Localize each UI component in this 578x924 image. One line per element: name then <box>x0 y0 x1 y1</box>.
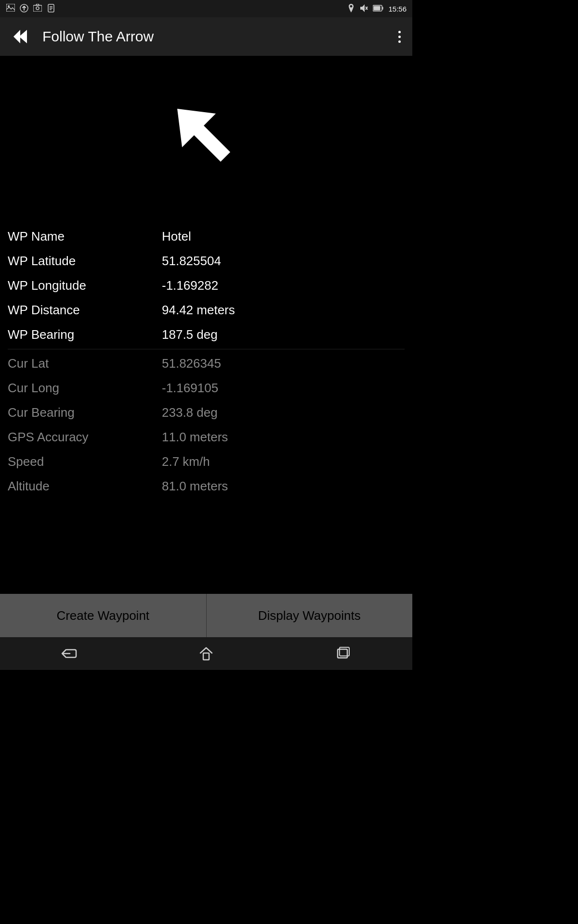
cur-section: Cur Lat 51.826345 Cur Long -1.169105 Cur… <box>8 351 405 499</box>
nav-recents-button[interactable] <box>324 642 363 666</box>
wp-section: WP Name Hotel WP Latitude 51.825504 WP L… <box>8 224 405 347</box>
status-icons-left <box>6 4 56 13</box>
screenshot-icon <box>46 4 56 13</box>
overflow-dot-2 <box>398 36 401 38</box>
info-table: WP Name Hotel WP Latitude 51.825504 WP L… <box>0 219 412 503</box>
cur-value-2: 233.8 deg <box>162 405 405 420</box>
wp-row-2: WP Longitude -1.169282 <box>8 273 405 298</box>
wp-label-2: WP Longitude <box>8 278 162 293</box>
nav-back-button[interactable] <box>50 642 88 666</box>
wp-value-1: 51.825504 <box>162 254 405 269</box>
cur-row-5: Altitude 81.0 meters <box>8 474 405 499</box>
app-bar-title: Follow The Arrow <box>42 28 385 45</box>
wp-row-1: WP Latitude 51.825504 <box>8 249 405 273</box>
wp-row-0: WP Name Hotel <box>8 224 405 249</box>
cur-value-0: 51.826345 <box>162 356 405 371</box>
app-bar: Follow The Arrow <box>0 17 412 56</box>
wp-label-0: WP Name <box>8 229 162 244</box>
app-bar-back-icon[interactable] <box>8 24 33 49</box>
cur-value-5: 81.0 meters <box>162 479 405 494</box>
mute-icon <box>359 4 368 14</box>
battery-icon <box>373 5 383 13</box>
status-icons-right: 15:56 <box>348 4 407 14</box>
svg-marker-16 <box>177 109 230 162</box>
svg-rect-14 <box>382 7 383 10</box>
cur-row-1: Cur Long -1.169105 <box>8 376 405 400</box>
overflow-dot-3 <box>398 40 401 43</box>
cur-value-3: 11.0 meters <box>162 430 405 445</box>
cur-row-0: Cur Lat 51.826345 <box>8 351 405 376</box>
wp-value-0: Hotel <box>162 229 405 244</box>
photo-icon <box>33 4 42 13</box>
wp-row-4: WP Bearing 187.5 deg <box>8 322 405 347</box>
display-waypoints-button[interactable]: Display Waypoints <box>207 594 413 637</box>
cur-label-3: GPS Accuracy <box>8 430 162 445</box>
cur-row-3: GPS Accuracy 11.0 meters <box>8 425 405 449</box>
cur-label-4: Speed <box>8 454 162 469</box>
svg-marker-4 <box>36 4 39 5</box>
cur-row-2: Cur Bearing 233.8 deg <box>8 400 405 425</box>
wp-label-1: WP Latitude <box>8 254 162 269</box>
svg-rect-3 <box>33 5 42 12</box>
wp-value-3: 94.42 meters <box>162 303 405 318</box>
cur-label-1: Cur Long <box>8 381 162 396</box>
svg-rect-13 <box>374 6 381 10</box>
cur-label-5: Altitude <box>8 479 162 494</box>
section-divider <box>8 349 405 349</box>
cur-row-4: Speed 2.7 km/h <box>8 449 405 474</box>
wp-label-3: WP Distance <box>8 303 162 318</box>
gps-icon <box>348 4 355 14</box>
status-time: 15:56 <box>388 5 407 13</box>
bottom-buttons: Create Waypoint Display Waypoints <box>0 594 412 637</box>
overflow-menu-button[interactable] <box>394 27 405 47</box>
direction-arrow-area <box>0 56 412 219</box>
wp-value-4: 187.5 deg <box>162 327 405 342</box>
nav-bar <box>0 637 412 670</box>
wp-row-3: WP Distance 94.42 meters <box>8 298 405 322</box>
cur-label-2: Cur Bearing <box>8 405 162 420</box>
wp-label-4: WP Bearing <box>8 327 162 342</box>
cur-value-1: -1.169105 <box>162 381 405 396</box>
direction-arrow <box>168 99 245 176</box>
svg-rect-0 <box>6 4 15 12</box>
image-icon <box>6 4 15 13</box>
status-bar: 15:56 <box>0 0 412 17</box>
cur-label-0: Cur Lat <box>8 356 162 371</box>
upload-icon <box>19 4 29 13</box>
overflow-dot-1 <box>398 31 401 33</box>
svg-marker-15 <box>13 30 27 43</box>
wp-value-2: -1.169282 <box>162 278 405 293</box>
nav-home-button[interactable] <box>187 642 225 666</box>
create-waypoint-button[interactable]: Create Waypoint <box>0 594 207 637</box>
svg-rect-17 <box>203 653 209 660</box>
cur-value-4: 2.7 km/h <box>162 454 405 469</box>
svg-point-5 <box>36 7 39 10</box>
